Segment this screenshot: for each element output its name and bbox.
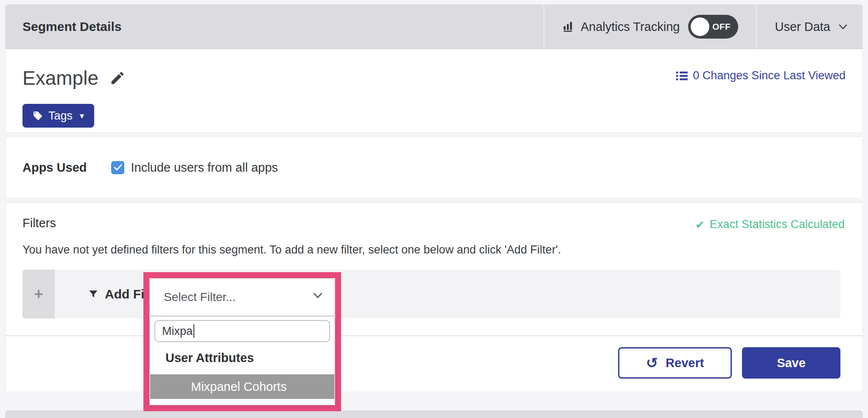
tags-button-label: Tags xyxy=(48,109,73,123)
edit-pencil-icon[interactable] xyxy=(109,70,126,86)
filters-title: Filters xyxy=(22,216,56,230)
filter-search-value: Mixpa xyxy=(162,325,193,338)
user-data-label: User Data xyxy=(775,20,830,34)
change-list-icon xyxy=(676,71,688,81)
chevron-down-icon xyxy=(839,24,847,30)
card-header: Segment Details Analytics Tracking OFF U… xyxy=(6,5,862,49)
apps-used-label: Apps Used xyxy=(22,161,87,175)
changes-since-last-viewed-link[interactable]: 0 Changes Since Last Viewed xyxy=(676,69,846,82)
filter-dropdown-panel: Mixpa User Attributes Mixpanel Cohorts xyxy=(149,316,335,405)
save-button[interactable]: Save xyxy=(742,347,840,379)
annotation-highlight-box: Select Filter... Mixpa User Attributes M… xyxy=(143,272,341,411)
toggle-knob xyxy=(691,17,709,36)
save-button-label: Save xyxy=(777,356,806,370)
segment-card: Segment Details Analytics Tracking OFF U… xyxy=(5,4,863,133)
select-filter-placeholder: Select Filter... xyxy=(150,290,236,304)
segment-name-row: Example xyxy=(22,67,126,89)
tags-button[interactable]: Tags ▾ xyxy=(22,104,94,128)
add-filter-plus-button[interactable]: + xyxy=(22,270,55,318)
bar-chart-icon xyxy=(562,20,575,33)
changes-link-label: 0 Changes Since Last Viewed xyxy=(693,69,846,82)
filter-search-input[interactable]: Mixpa xyxy=(154,320,330,342)
revert-undo-icon: ↺ xyxy=(646,356,658,370)
revert-button[interactable]: ↺ Revert xyxy=(618,347,732,379)
segment-details-page: Segment Details Analytics Tracking OFF U… xyxy=(0,0,868,418)
next-section-header-edge xyxy=(5,410,863,418)
check-icon: ✔ xyxy=(695,218,705,231)
tag-icon xyxy=(33,111,43,121)
text-cursor xyxy=(193,324,194,338)
checkmark-icon xyxy=(114,164,122,171)
toggle-state-label: OFF xyxy=(712,15,731,39)
analytics-tracking-group: Analytics Tracking OFF xyxy=(543,5,756,49)
include-all-apps-label: Include users from all apps xyxy=(131,161,278,175)
select-filter-dropdown[interactable]: Select Filter... xyxy=(149,278,335,316)
chevron-down-icon xyxy=(313,293,322,298)
page-title: Segment Details xyxy=(22,20,121,34)
exact-statistics-status: ✔ Exact Statistics Calculated xyxy=(695,218,845,231)
footer-divider xyxy=(6,335,862,336)
dropdown-group-user-attributes: User Attributes xyxy=(150,347,334,368)
analytics-tracking-label: Analytics Tracking xyxy=(581,20,680,34)
analytics-tracking-toggle[interactable]: OFF xyxy=(688,15,738,39)
filters-description: You have not yet defined filters for thi… xyxy=(22,243,561,256)
revert-button-label: Revert xyxy=(666,356,704,370)
filters-section: Filters ✔ Exact Statistics Calculated Yo… xyxy=(5,202,863,392)
include-all-apps-checkbox[interactable] xyxy=(111,161,124,174)
exact-statistics-label: Exact Statistics Calculated xyxy=(710,218,845,231)
apps-used-section: Apps Used Include users from all apps xyxy=(5,137,863,198)
segment-name: Example xyxy=(22,67,98,89)
user-data-dropdown[interactable]: User Data xyxy=(756,5,862,49)
filter-funnel-icon xyxy=(88,289,99,300)
dropdown-option-mixpanel-cohorts[interactable]: Mixpanel Cohorts xyxy=(150,374,334,399)
caret-down-icon: ▾ xyxy=(80,111,84,121)
